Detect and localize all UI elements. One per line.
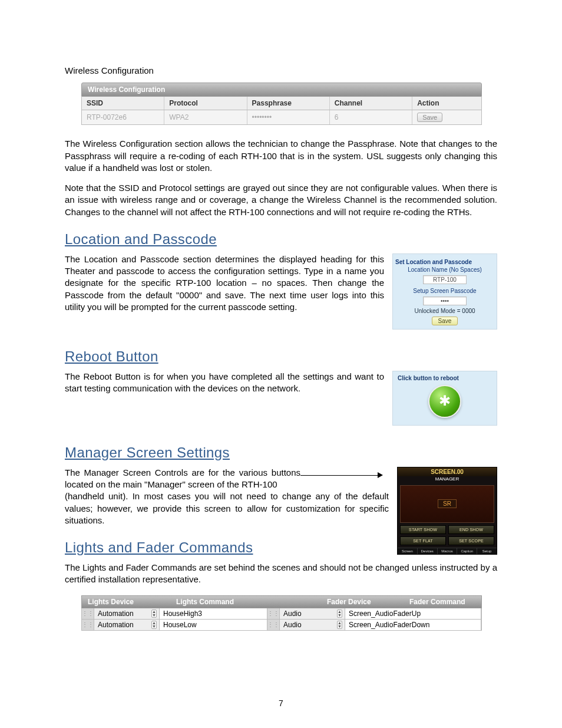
para-mgr-a: The Manager Screen Controls are for the … [65,467,300,491]
loc-save-button[interactable]: Save [432,317,458,325]
stepper-icon[interactable]: ▲▼ [337,610,342,618]
wc-save-button[interactable]: Save [417,113,442,122]
para-lf: The Lights and Fader Commands are set be… [65,562,497,586]
wireless-config-panel: Wireless Configuration SSID Protocol Pas… [81,83,482,125]
wc-h-action: Action [412,97,481,110]
heading-reboot: Reboot Button [65,348,497,365]
wc-channel[interactable]: 6 [330,110,412,124]
lf-h-fader-command: Fader Command [404,596,481,608]
heading-manager: Manager Screen Settings [65,444,497,461]
reboot-label: Click button to reboot [398,375,492,381]
mgr-foot-devices[interactable]: Devices [418,548,438,554]
reboot-panel: Click button to reboot [392,371,497,426]
para-wc-1: The Wireless Configuration section allow… [65,138,497,174]
lf-row: ⋮⋮ Automation ▲▼ HouseLow ⋮⋮ Audio ▲▼ Sc… [81,620,482,631]
mgr-end-show-button[interactable]: END SHOW [448,525,494,534]
wc-pass[interactable]: •••••••• [247,110,330,124]
lf-lights-device-select[interactable]: Automation ▲▼ [94,608,160,619]
drag-handle-icon[interactable]: ⋮⋮ [267,608,280,619]
lf-fader-device-select[interactable]: Audio ▲▼ [280,620,345,630]
lf-lights-device-select[interactable]: Automation ▲▼ [94,620,160,630]
mgr-screen-title: SCREEN.00 [398,467,497,476]
lf-h-lights-device: Lights Device [82,596,170,608]
lf-lights-command[interactable]: HouseHigh3 [160,608,267,619]
mgr-foot-caption[interactable]: Caption [457,548,477,554]
lf-fader-device-select[interactable]: Audio ▲▼ [280,608,345,619]
lights-fader-panel: Lights Device Lights Command Fader Devic… [81,595,482,631]
loc-title: Set Location and Passcode [395,259,494,265]
loc-name-input[interactable]: RTP-100 [423,275,467,284]
mgr-start-show-button[interactable]: START SHOW [400,525,446,534]
top-label: Wireless Configuration [65,65,497,77]
lf-h-lights-command: Lights Command [170,596,294,608]
drag-handle-icon[interactable]: ⋮⋮ [267,620,280,630]
wc-header-row: SSID Protocol Passphrase Channel Action [81,97,482,110]
wc-h-ssid: SSID [82,97,164,110]
loc-name-label: Location Name (No Spaces) [395,266,494,273]
mgr-footer: Screen Devices Macros Caption Setup [398,548,497,554]
lf-lights-command[interactable]: HouseLow [160,620,267,630]
heading-location: Location and Passcode [65,231,497,248]
wc-ssid: RTP-0072e6 [82,110,164,124]
drag-handle-icon[interactable]: ⋮⋮ [82,620,94,630]
para-wc-2: Note that the SSID and Protocol settings… [65,182,497,218]
wc-data-row: RTP-0072e6 WPA2 •••••••• 6 Save [81,110,482,125]
lf-row: ⋮⋮ Automation ▲▼ HouseHigh3 ⋮⋮ Audio ▲▼ … [81,608,482,620]
mgr-foot-setup[interactable]: Setup [477,548,497,554]
wc-h-pass: Passphrase [247,97,330,110]
mgr-foot-screen[interactable]: Screen [398,548,418,554]
loc-pass-label: Setup Screen Passcode [395,288,494,294]
wc-protocol: WPA2 [164,110,247,124]
manager-screen-panel: SCREEN.00 MANAGER SR START SHOW END SHOW… [397,467,497,555]
wc-h-channel: Channel [330,97,412,110]
page-number: 7 [0,699,562,708]
mgr-foot-macros[interactable]: Macros [438,548,458,554]
loc-pass-input[interactable]: •••• [423,297,467,305]
reboot-button[interactable] [428,385,461,418]
lf-fader-command[interactable]: Screen_AudioFaderDown [345,620,481,630]
lf-header-row: Lights Device Lights Command Fader Devic… [81,595,482,608]
mgr-stage: SR [400,485,494,523]
mgr-set-scope-button[interactable]: SET SCOPE [448,536,494,545]
drag-handle-icon[interactable]: ⋮⋮ [82,608,94,619]
mgr-set-flat-button[interactable]: SET FLAT [400,536,446,545]
wc-h-protocol: Protocol [164,97,247,110]
wc-title: Wireless Configuration [81,83,482,97]
stepper-icon[interactable]: ▲▼ [151,610,157,618]
location-passcode-panel: Set Location and Passcode Location Name … [392,253,497,330]
mgr-screen-sub: MANAGER [398,476,497,483]
lf-h-fader-device: Fader Device [321,596,404,608]
mgr-sr-label: SR [438,499,457,508]
arrow-icon [300,472,383,479]
stepper-icon[interactable]: ▲▼ [337,621,342,629]
loc-note: Unlocked Mode = 0000 [395,308,494,314]
lf-fader-command[interactable]: Screen_AudioFaderUp [345,608,481,619]
stepper-icon[interactable]: ▲▼ [151,621,157,629]
